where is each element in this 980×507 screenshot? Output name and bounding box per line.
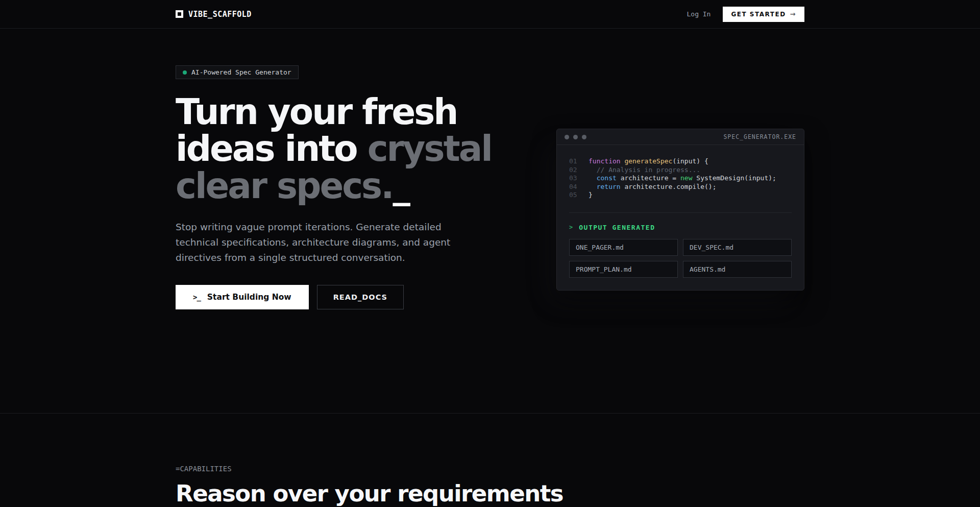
line-number: 05 — [569, 191, 580, 200]
get-started-label: GET STARTED — [731, 11, 786, 18]
hero-badge-label: AI-Powered Spec Generator — [191, 68, 291, 76]
top-navbar: VIBE_SCAFFOLD Log In GET STARTED → — [0, 0, 980, 29]
output-generated-label: OUTPUT GENERATED — [579, 224, 655, 231]
code-token: const — [597, 174, 621, 183]
code-token — [589, 183, 597, 191]
output-file-chip: PROMPT_PLAN.md — [569, 261, 678, 278]
code-token — [589, 174, 597, 183]
output-file-chip: DEV_SPEC.md — [683, 239, 792, 256]
output-files-grid: ONE_PAGER.mdDEV_SPEC.mdPROMPT_PLAN.mdAGE… — [569, 239, 792, 278]
code-window: SPEC_GENERATOR.EXE 01function generateSp… — [556, 129, 804, 291]
terminal-prompt-icon: >_ — [193, 293, 201, 301]
output-status-row: > OUTPUT GENERATED — [569, 224, 792, 231]
code-line: 04 return architecture.compile(); — [569, 183, 792, 191]
window-body: 01function generateSpec(input) {02 // An… — [557, 145, 804, 290]
code-token: // Analysis in progress... — [589, 166, 700, 175]
brand-name: VIBE_SCAFFOLD — [188, 10, 252, 19]
divider — [569, 212, 792, 213]
nav-actions: Log In GET STARTED → — [687, 7, 804, 22]
line-number: 04 — [569, 183, 580, 191]
line-number: 03 — [569, 174, 580, 183]
output-file-chip: ONE_PAGER.md — [569, 239, 678, 256]
code-line: 01function generateSpec(input) { — [569, 157, 792, 166]
code-token: architecture.compile(); — [624, 183, 716, 191]
code-token: return — [597, 183, 625, 191]
code-line: 05} — [569, 191, 792, 200]
arrow-right-icon: → — [790, 10, 796, 18]
code-token: SystemDesign(input); — [696, 174, 776, 183]
status-dot-icon — [183, 70, 187, 75]
code-token: function — [589, 157, 624, 166]
hero-heading: Turn your fresh ideas into crystal clear… — [176, 93, 512, 204]
window-dot-icon — [582, 135, 586, 139]
read-docs-button[interactable]: READ_DOCS — [317, 285, 404, 309]
code-line: 02 // Analysis in progress... — [569, 166, 792, 175]
read-docs-label: READ_DOCS — [333, 293, 387, 301]
logo-square-icon — [176, 10, 183, 18]
window-dot-icon — [565, 135, 569, 139]
code-block: 01function generateSpec(input) {02 // An… — [569, 157, 792, 200]
window-dots — [565, 135, 586, 139]
hero-paragraph: Stop writing vague prompt iterations. Ge… — [176, 220, 455, 265]
hero-section: AI-Powered Spec Generator Turn your fres… — [0, 29, 980, 414]
hero-copy: AI-Powered Spec Generator Turn your fres… — [176, 65, 523, 309]
line-number: 01 — [569, 157, 580, 166]
capabilities-eyebrow: =CAPABILITIES — [176, 465, 804, 473]
line-number: 02 — [569, 166, 580, 175]
login-link[interactable]: Log In — [687, 10, 710, 18]
code-token: } — [589, 191, 593, 200]
hero-actions: >_ Start Building Now READ_DOCS — [176, 285, 523, 309]
hero-visual: SPEC_GENERATOR.EXE 01function generateSp… — [556, 129, 804, 291]
window-dot-icon — [573, 135, 578, 139]
code-token: architecture = — [621, 174, 680, 183]
window-title: SPEC_GENERATOR.EXE — [723, 133, 796, 140]
code-token: generateSpec — [624, 157, 672, 166]
hero-badge: AI-Powered Spec Generator — [176, 65, 299, 79]
capabilities-section: =CAPABILITIES Reason over your requireme… — [0, 414, 980, 507]
window-titlebar: SPEC_GENERATOR.EXE — [557, 129, 804, 145]
start-building-label: Start Building Now — [207, 293, 291, 302]
chevron-right-icon: > — [569, 224, 573, 231]
capabilities-heading: Reason over your requirements — [176, 480, 804, 507]
code-token: new — [680, 174, 696, 183]
code-token: (input) { — [672, 157, 708, 166]
hero-heading-cursor: _ — [393, 165, 409, 206]
start-building-button[interactable]: >_ Start Building Now — [176, 285, 309, 309]
code-line: 03 const architecture = new SystemDesign… — [569, 174, 792, 183]
get-started-button[interactable]: GET STARTED → — [723, 7, 804, 22]
brand-logo[interactable]: VIBE_SCAFFOLD — [176, 10, 252, 19]
output-file-chip: AGENTS.md — [683, 261, 792, 278]
